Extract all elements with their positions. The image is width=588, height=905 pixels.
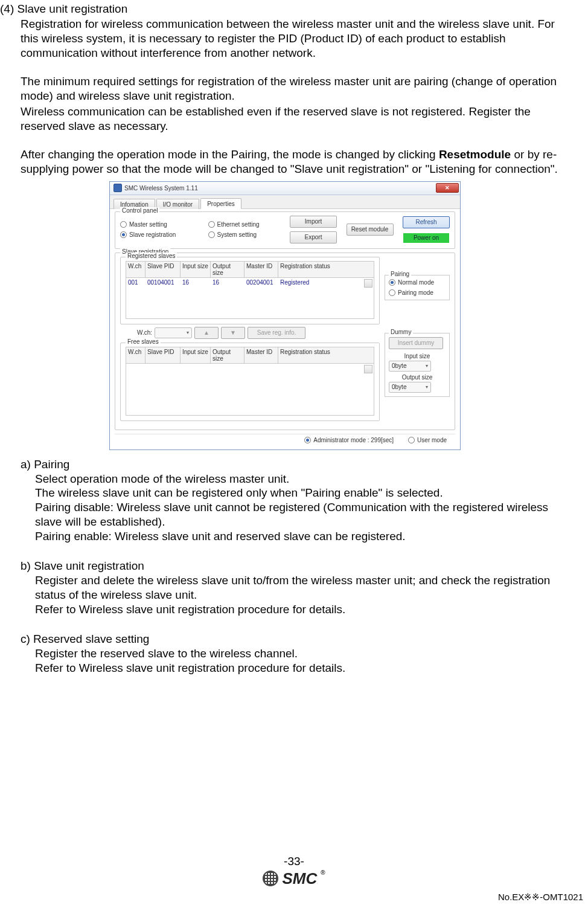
registered-slaves-table[interactable]: 001 00104001 16 16 00204001 Registered [126, 278, 374, 319]
move-up-button[interactable]: ▲ [194, 327, 219, 339]
paragraph: Register the reserved slave to the wirel… [35, 646, 570, 661]
paragraph: Pairing disable: Wireless slave unit can… [35, 500, 570, 529]
page-number: -33- [0, 855, 588, 868]
mode-footer: Administrator mode : 299[sec] User mode [115, 434, 455, 445]
power-status: Power on [403, 233, 449, 243]
chevron-down-icon: ▾ [187, 330, 189, 335]
close-icon: ✕ [445, 185, 450, 191]
output-size-dropdown[interactable]: 0byte▾ [389, 382, 431, 393]
save-reg-info-button[interactable]: Save reg. info. [248, 327, 305, 339]
radio-ethernet-setting[interactable]: Ethernet setting [208, 221, 276, 228]
reset-module-button[interactable]: Reset module [347, 224, 394, 236]
paragraph: Select operation mode of the wireless ma… [35, 472, 570, 486]
group-legend: Pairing [389, 271, 411, 277]
paragraph: Refer to Wireless slave unit registratio… [35, 661, 570, 675]
control-panel-group: Control panel Master setting Slave regis… [115, 211, 455, 249]
window-title: SMC Wireless System 1.11 [124, 185, 198, 192]
smc-logo: SMC® [263, 869, 325, 888]
radio-normal-mode[interactable]: Normal mode [389, 279, 441, 286]
radio-system-setting[interactable]: System setting [208, 231, 276, 238]
group-legend: Dummy [389, 329, 413, 335]
export-button[interactable]: Export [290, 231, 337, 243]
pairing-group: Pairing Normal mode Pairing mode [385, 275, 450, 300]
scroll-up-icon[interactable] [364, 279, 372, 288]
group-legend: Registered slaves [126, 253, 177, 259]
subsection-heading: c) Reserved slave setting [21, 632, 570, 646]
group-legend: Free slaves [126, 338, 161, 345]
wch-label: W.ch: [137, 329, 152, 336]
document-number: No.EX※※-OMT1021 [498, 892, 583, 903]
radio-user-mode[interactable]: User mode [408, 437, 447, 443]
bold-term: Resetmodule [439, 148, 511, 161]
tab-io-monitor[interactable]: I/O monitor [156, 199, 199, 209]
close-button[interactable]: ✕ [436, 183, 459, 193]
table-header: W.ch Slave PID Input size Output size Ma… [126, 347, 374, 364]
paragraph: Register and delete the wireless slave u… [35, 573, 570, 602]
radio-pairing-mode[interactable]: Pairing mode [389, 289, 441, 296]
radio-slave-registration[interactable]: Slave registration [120, 231, 194, 238]
app-window: SMC Wireless System 1.11 ✕ Infomation I/… [109, 181, 461, 450]
paragraph: After changing the operation mode in the… [21, 147, 570, 176]
page-footer: -33- SMC® [0, 855, 588, 890]
subsection-heading: a) Pairing [21, 457, 570, 472]
globe-icon [263, 871, 278, 886]
move-down-button[interactable]: ▼ [221, 327, 245, 339]
subsection-heading: b) Slave unit registration [21, 559, 570, 573]
paragraph: The wireless slave unit can be registere… [35, 486, 570, 500]
registered-slaves-group: Registered slaves W.ch Slave PID Input s… [120, 257, 380, 324]
app-icon [113, 184, 122, 192]
tab-properties[interactable]: Properties [200, 198, 241, 209]
table-row[interactable]: 001 00104001 16 16 00204001 Registered [126, 278, 374, 287]
tab-bar: Infomation I/O monitor Properties [110, 195, 460, 209]
output-size-label: Output size [389, 374, 446, 381]
paragraph: Pairing enable: Wireless slave unit and … [35, 529, 570, 544]
group-legend: Control panel [120, 207, 159, 214]
paragraph: Registration for wireless communication … [21, 17, 570, 60]
slave-registration-group: Slave registration Registered slaves W.c… [115, 253, 455, 430]
section-heading: (4) Slave unit registration [0, 2, 570, 16]
chevron-down-icon: ▾ [426, 384, 428, 390]
import-button[interactable]: Import [290, 216, 337, 228]
table-header: W.ch Slave PID Input size Output size Ma… [126, 261, 374, 278]
paragraph: The minimum required settings for regist… [21, 74, 570, 103]
radio-master-setting[interactable]: Master setting [120, 221, 194, 228]
scroll-up-icon[interactable] [364, 365, 372, 373]
titlebar: SMC Wireless System 1.11 ✕ [110, 182, 460, 195]
dummy-group: Dummy Insert dummy Input size 0byte▾ Out… [385, 333, 450, 397]
radio-admin-mode[interactable]: Administrator mode : 299[sec] [304, 437, 394, 443]
insert-dummy-button[interactable]: Insert dummy [389, 337, 443, 349]
wch-dropdown[interactable]: ▾ [155, 327, 192, 338]
chevron-down-icon: ▾ [426, 363, 428, 369]
refresh-button[interactable]: Refresh [403, 216, 450, 228]
free-slaves-group: Free slaves W.ch Slave PID Input size Ou… [120, 343, 380, 421]
free-slaves-table[interactable] [126, 364, 374, 416]
input-size-dropdown[interactable]: 0byte▾ [389, 361, 431, 372]
paragraph: Wireless communication can be establishe… [21, 105, 570, 134]
input-size-label: Input size [389, 353, 446, 359]
paragraph: Refer to Wireless slave unit registratio… [35, 602, 570, 617]
